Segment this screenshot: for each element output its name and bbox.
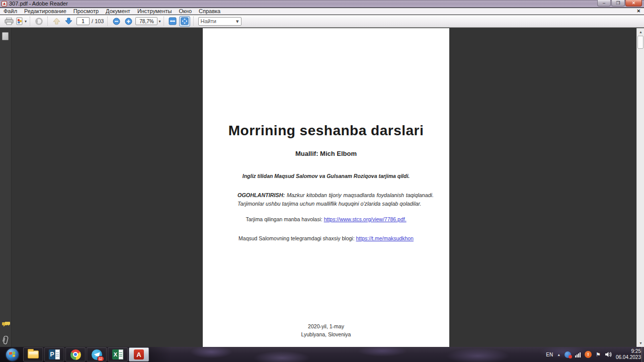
close-document-icon[interactable]: ✕ (635, 8, 642, 14)
publisher-letter: P (49, 349, 55, 359)
toolbar-separator (193, 17, 194, 26)
zoom-level-value: 78,7% (139, 19, 153, 24)
zoom-level-select[interactable]: 78,7% (135, 17, 157, 25)
previous-view-icon (35, 18, 43, 25)
collaborate-icon (16, 17, 24, 25)
show-desktop-button[interactable] (641, 347, 644, 362)
taskbar: P 32 X A EN ▲ (0, 347, 644, 362)
close-button[interactable]: ✕ (625, 0, 642, 7)
footer-place: Lyublyana, Sloveniya (203, 330, 449, 338)
vertical-scrollbar[interactable]: ▲ ▼ (636, 28, 644, 347)
find-dropdown-icon[interactable]: ▾ (236, 18, 239, 25)
tray-date: 06.04.2023 (616, 354, 641, 361)
toolbar-separator (30, 17, 30, 26)
warning-line1: OGOHLANTIRISH: Mazkur kitobdan tijoriy m… (237, 191, 434, 200)
attachments-icon[interactable] (2, 336, 10, 347)
find-placeholder: Найти (201, 18, 216, 24)
telegram-icon: 32 (92, 349, 102, 360)
publisher-icon: P (49, 349, 60, 359)
print-button[interactable] (4, 16, 15, 27)
fit-width-button[interactable] (167, 16, 178, 27)
taskbar-excel-button[interactable]: X (108, 347, 128, 361)
next-page-button[interactable] (63, 16, 74, 27)
warning-paragraph: OGOHLANTIRISH: Mazkur kitobdan tijoriy m… (237, 191, 434, 209)
page-number-input[interactable] (76, 17, 90, 25)
menu-help[interactable]: Справка (195, 8, 224, 15)
menu-edit[interactable]: Редактирование (21, 8, 70, 15)
page-count-label: / 103 (92, 18, 104, 24)
window-titlebar[interactable]: 307.pdf - Adobe Reader – ❐ ✕ (0, 0, 644, 8)
menu-view[interactable]: Просмотр (70, 8, 102, 15)
zoom-in-button[interactable] (123, 16, 134, 27)
scroll-down-icon[interactable]: ▼ (637, 339, 644, 347)
taskbar-telegram-button[interactable]: 32 (87, 347, 107, 361)
minimize-button[interactable]: – (597, 0, 611, 7)
toolbar-separator (164, 17, 164, 26)
menu-file[interactable]: Файл (0, 8, 21, 15)
page-thumbnails-icon[interactable] (2, 32, 9, 40)
excel-icon: X (112, 349, 123, 359)
scrollbar-thumb[interactable] (637, 36, 643, 49)
navigation-pane (0, 28, 12, 347)
alert-icon[interactable]: ! (585, 351, 592, 358)
warning-bold: OGOHLANTIRISH: (237, 192, 285, 198)
menu-window[interactable]: Окно (175, 8, 195, 15)
comments-icon[interactable] (2, 321, 10, 330)
tray-expand-icon[interactable]: ▲ (557, 353, 560, 356)
tray-time: 9:25 (616, 348, 641, 355)
adobe-letter: A (136, 351, 141, 358)
chevron-down-icon: ▾ (25, 19, 27, 24)
fit-page-icon (181, 17, 189, 25)
menu-document[interactable]: Документ (102, 8, 134, 15)
network-signal-icon[interactable] (575, 352, 581, 357)
blog-link[interactable]: https://t.me/maksudkhon (356, 235, 414, 241)
page-down-icon (65, 18, 72, 25)
warning-line1-text: Mazkur kitobdan tijoriy maqsadlarda foyd… (287, 192, 434, 198)
pdf-page[interactable]: Morrining seshanba darslari Muallif: Mic… (203, 28, 449, 347)
toolbar: ▾ / 103 (0, 15, 644, 28)
source-line: Tarjima qilingan manba havolasi: https:/… (203, 216, 449, 222)
taskbar-publisher-button[interactable]: P (44, 347, 64, 361)
excel-letter: X (112, 349, 119, 359)
pdf-app-icon (2, 1, 7, 7)
volume-icon[interactable] (605, 351, 612, 357)
zoom-dropdown-icon[interactable]: ▾ (158, 19, 160, 24)
zoom-out-button[interactable] (111, 16, 122, 27)
source-link[interactable]: https://www.stcs.org/view/7786.pdf. (324, 216, 407, 222)
zoom-in-icon (125, 18, 132, 25)
fit-width-icon (169, 17, 177, 25)
tray-app-icon[interactable] (565, 351, 571, 358)
taskbar-chrome-button[interactable] (65, 347, 86, 361)
start-button[interactable] (2, 347, 22, 361)
printer-icon (5, 18, 14, 25)
warning-line2: Tarjimonlar ushbu tarjima uchun muallifl… (237, 200, 434, 208)
chrome-icon (70, 349, 81, 360)
translator-line: Ingliz tilidan Maqsud Salomov va Gulsana… (203, 173, 449, 179)
taskbar-adobe-button-active[interactable]: A (129, 347, 149, 361)
taskbar-explorer-button[interactable] (23, 347, 43, 361)
windows-logo-icon (6, 348, 19, 361)
previous-view-button[interactable] (33, 16, 44, 27)
previous-page-button[interactable] (51, 16, 62, 27)
toolbar-separator (107, 17, 108, 26)
telegram-badge: 32 (97, 356, 104, 361)
blog-label: Maqsud Salomovning telegramdagi shaxsiy … (238, 235, 356, 241)
book-title: Morrining seshanba darslari (203, 123, 449, 139)
footer-block: 2020-yil, 1-may Lyublyana, Sloveniya (203, 322, 449, 339)
menu-bar: Файл Редактирование Просмотр Документ Ин… (0, 8, 644, 15)
menu-tools[interactable]: Инструменты (134, 8, 176, 15)
window-controls: – ❐ ✕ (597, 0, 642, 7)
language-indicator[interactable]: EN (546, 352, 553, 357)
adobe-reader-icon: A (134, 349, 144, 359)
blog-line: Maqsud Salomovning telegramdagi shaxsiy … (203, 235, 449, 241)
fit-page-button[interactable] (179, 16, 190, 27)
window-title: 307.pdf - Adobe Reader (9, 1, 68, 7)
find-input[interactable]: Найти ▾ (198, 17, 242, 26)
collaborate-button[interactable]: ▾ (16, 16, 27, 27)
restore-button[interactable]: ❐ (611, 0, 625, 7)
source-label: Tarjima qilingan manba havolasi: (246, 216, 324, 222)
action-center-flag-icon[interactable]: ⚑ (596, 351, 601, 358)
clock[interactable]: 9:25 06.04.2023 (616, 348, 641, 361)
document-area: Morrining seshanba darslari Muallif: Mic… (0, 28, 644, 347)
scroll-up-icon[interactable]: ▲ (637, 28, 644, 36)
